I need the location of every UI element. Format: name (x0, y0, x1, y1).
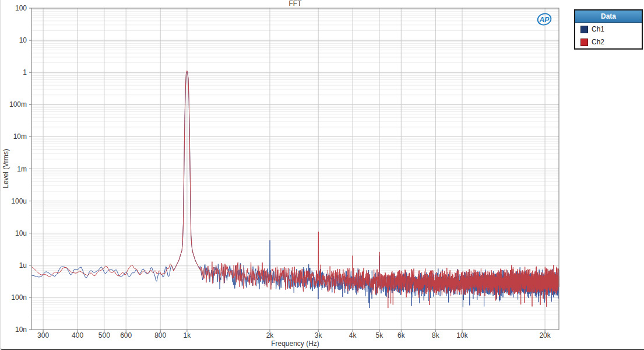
chart-title: FFT (31, 0, 559, 8)
y-tick-label-100n: 100n (1, 293, 29, 302)
legend-row-ch1[interactable]: Ch1 (575, 23, 642, 36)
ch2-color-swatch (580, 38, 588, 46)
y-tick-label-10n: 10n (1, 326, 29, 334)
x-tick-label-6k: 6k (397, 331, 405, 340)
ap-logo-text: AP (539, 16, 550, 24)
y-tick-label-10: 10 (1, 36, 29, 44)
y-tick-label-100: 100 (1, 4, 29, 12)
y-tick-label-10u: 10u (1, 229, 29, 237)
x-tick-label-600: 600 (120, 331, 132, 340)
y-tick-label-100u: 100u (1, 197, 29, 205)
x-tick-label-500: 500 (98, 331, 110, 340)
x-tick-label-3k: 3k (315, 331, 322, 340)
x-tick-label-8k: 8k (432, 331, 439, 340)
x-tick-label-1k: 1k (184, 331, 191, 340)
y-tick-label-1u: 1u (1, 261, 29, 270)
y-tick-label-100m: 100m (1, 100, 29, 108)
plot-canvas (1, 0, 644, 350)
y-tick-label-1: 1 (1, 68, 29, 76)
ap-logo: AP (536, 12, 553, 26)
x-axis-title: Frequency (Hz) (31, 340, 559, 348)
legend-row-ch2[interactable]: Ch2 (575, 36, 642, 48)
fft-graph-panel: FFT Level (Vrms) Frequency (Hz) 30040050… (0, 0, 644, 350)
ch1-color-swatch (580, 26, 588, 33)
legend-panel: Data Ch1 Ch2 (574, 9, 643, 50)
x-tick-label-300: 300 (37, 331, 49, 340)
x-tick-label-400: 400 (72, 331, 83, 340)
legend-header: Data (575, 10, 642, 23)
x-tick-label-20k: 20k (539, 331, 550, 340)
y-tick-label-1m: 1m (1, 165, 29, 173)
x-tick-label-5k: 5k (376, 331, 383, 340)
x-tick-label-800: 800 (154, 331, 166, 340)
x-tick-label-4k: 4k (349, 331, 357, 340)
x-tick-label-10k: 10k (456, 331, 467, 340)
x-tick-label-2k: 2k (266, 331, 274, 340)
y-tick-label-10m: 10m (1, 132, 29, 141)
ch1-label: Ch1 (592, 25, 604, 33)
ch2-label: Ch2 (592, 38, 604, 46)
